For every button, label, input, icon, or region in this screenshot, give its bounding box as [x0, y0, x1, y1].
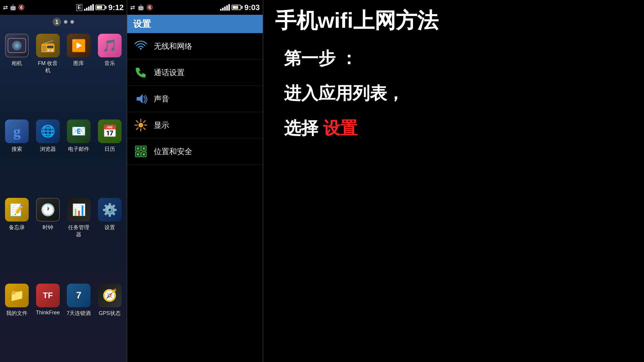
email-icon: 📧 — [67, 119, 91, 143]
sound-icon — [133, 91, 149, 106]
mid-bar2 — [222, 8, 224, 11]
svg-rect-15 — [143, 147, 145, 150]
email-label: 电子邮件 — [68, 146, 89, 153]
svg-marker-0 — [137, 94, 143, 104]
settings-wireless[interactable]: 无线和网络 — [127, 33, 263, 59]
page-dot-1 — [64, 20, 67, 24]
location-icon — [133, 144, 149, 159]
mid-time: 9:03 — [244, 3, 260, 12]
instruction1: 进入应用列表， — [284, 82, 632, 105]
settings-app-label: 设置 — [104, 224, 115, 231]
music-icon: 🎵 — [98, 34, 122, 57]
display-icon — [133, 117, 149, 133]
left-time: 9:12 — [108, 3, 124, 12]
main-title: 手机wifi上网方法 — [275, 9, 632, 32]
app-fm[interactable]: 📻 FM 收音机 — [35, 34, 61, 114]
mid-android-icon: 🤖 — [138, 4, 144, 11]
android-icon: 🤖 — [10, 4, 16, 11]
instruction2: 选择 设置 — [284, 117, 632, 140]
left-status-right: E ⚡ 9:12 — [76, 3, 124, 12]
app-grid: 相机 📻 FM 收音机 ▶️ 图库 🎵 音乐 g — [0, 28, 127, 362]
left-phone-screen: ⇄ 🤖 🔇 E ⚡ 9:12 — [0, 0, 127, 362]
app-notes[interactable]: 📝 备忘录 — [4, 198, 30, 278]
app-tasks[interactable]: 📊 任务管理器 — [66, 198, 91, 278]
svg-line-6 — [136, 121, 138, 122]
fm-label: FM 收音机 — [35, 60, 61, 74]
browser-label: 浏览器 — [40, 146, 56, 153]
app-gallery[interactable]: ▶️ 图库 — [66, 34, 91, 114]
app-files[interactable]: 📁 我的文件 — [4, 284, 30, 356]
e-indicator: E — [76, 4, 82, 11]
app-music[interactable]: 🎵 音乐 — [97, 34, 122, 114]
mid-status-right: ⚡ 9:03 — [220, 3, 260, 12]
page-indicator: 1 — [0, 15, 127, 28]
app-search[interactable]: g 搜索 — [4, 119, 30, 192]
app-7days[interactable]: 7 7天连锁酒 — [66, 284, 91, 356]
settings-location[interactable]: 位置和安全 — [127, 138, 263, 165]
app-clock[interactable]: 🕐 时钟 — [35, 198, 61, 278]
app-email[interactable]: 📧 电子邮件 — [66, 119, 91, 192]
sound-label: 声音 — [154, 94, 169, 104]
app-thinkfree[interactable]: TF ThinkFree — [35, 284, 61, 356]
gallery-icon: ▶️ — [67, 34, 91, 57]
clock-label: 时钟 — [43, 224, 53, 231]
mid-battery-icon: ⚡ — [232, 5, 243, 10]
svg-rect-16 — [137, 153, 139, 156]
search-label: 搜索 — [12, 146, 22, 153]
app-browser[interactable]: 🌐 浏览器 — [35, 119, 61, 192]
mid-signal-bars — [220, 4, 230, 11]
location-label: 位置和安全 — [154, 146, 192, 157]
phone-icon — [133, 65, 149, 80]
files-label: 我的文件 — [6, 310, 28, 317]
camera-label: 相机 — [12, 60, 22, 67]
left-status-icons: ⇄ 🤖 🔇 — [3, 4, 25, 11]
search-icon: g — [5, 119, 29, 143]
app-camera[interactable]: 相机 — [4, 34, 30, 114]
gps-label: GPS状态 — [99, 310, 121, 317]
settings-title: 设置 — [133, 18, 151, 30]
thinkfree-icon: TF — [36, 284, 60, 307]
calendar-icon: 📅 — [98, 119, 122, 143]
page-dot-2 — [70, 20, 74, 24]
step-label: 第一步 ： — [284, 47, 632, 70]
call-label: 通话设置 — [154, 67, 185, 78]
settings-display[interactable]: 显示 — [127, 112, 263, 138]
instruction2-highlight: 设置 — [323, 118, 357, 138]
notes-label: 备忘录 — [9, 224, 25, 231]
silent-icon: 🔇 — [18, 4, 25, 11]
svg-line-9 — [136, 128, 138, 130]
settings-list: 无线和网络 通话设置 声音 — [127, 33, 263, 165]
bar3 — [88, 7, 90, 11]
mid-bar3 — [224, 7, 226, 11]
browser-icon: 🌐 — [36, 119, 60, 143]
svg-line-7 — [143, 128, 145, 130]
music-label: 音乐 — [104, 60, 115, 67]
bar5 — [92, 4, 94, 11]
bar1 — [84, 9, 85, 11]
signal-bars — [84, 4, 94, 11]
gallery-label: 图库 — [73, 60, 84, 67]
settings-title-bar: 设置 — [127, 15, 263, 33]
svg-rect-17 — [143, 153, 145, 156]
wifi-icon — [133, 38, 149, 54]
calendar-label: 日历 — [104, 146, 115, 153]
7days-label: 7天连锁酒 — [67, 310, 91, 317]
mid-bar1 — [220, 9, 222, 11]
bar4 — [90, 5, 92, 11]
settings-sound[interactable]: 声音 — [127, 86, 263, 112]
middle-settings-screen: ⇄ 🤖 🔇 ⚡ 9:03 设置 — [127, 0, 263, 362]
app-calendar[interactable]: 📅 日历 — [97, 119, 122, 192]
left-statusbar: ⇄ 🤖 🔇 E ⚡ 9:12 — [0, 0, 127, 15]
gps-icon: 🧭 — [98, 284, 122, 307]
fm-icon: 📻 — [36, 34, 60, 57]
mid-bar4 — [226, 5, 228, 11]
app-settings[interactable]: ⚙️ 设置 — [97, 198, 122, 278]
bar2 — [86, 8, 88, 11]
svg-rect-14 — [137, 147, 139, 150]
7days-icon: 7 — [67, 284, 91, 307]
display-label: 显示 — [154, 120, 169, 130]
app-gps[interactable]: 🧭 GPS状态 — [97, 284, 122, 356]
settings-call[interactable]: 通话设置 — [127, 59, 263, 86]
wireless-label: 无线和网络 — [154, 41, 192, 51]
usb-icon: ⇄ — [3, 4, 8, 11]
